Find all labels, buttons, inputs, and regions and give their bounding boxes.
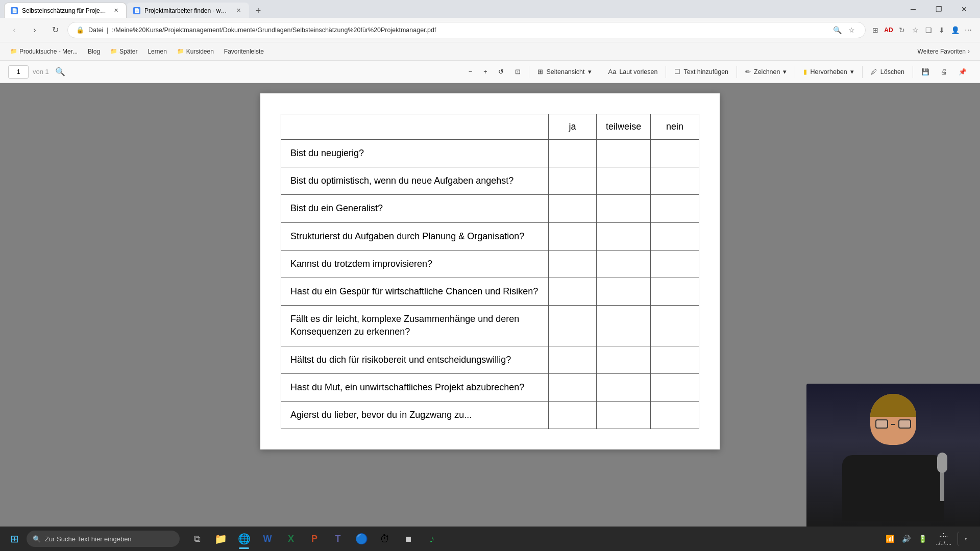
taskbar-app-explorer[interactable]: 📁 [209, 528, 232, 550]
back-button[interactable]: ‹ [6, 22, 22, 38]
question-cell: Bist du neugierig? [281, 140, 549, 167]
pdf-divider-5 [795, 66, 795, 78]
table-row: Hast du ein Gespür für wirtschaftliche C… [281, 278, 699, 305]
bookmark-blog[interactable]: Blog [84, 45, 104, 58]
pdf-save-button[interactable]: 💾 [916, 64, 935, 80]
rotate-icon: ↺ [498, 68, 504, 76]
question-cell: Agierst du lieber, bevor du in Zugzwang … [281, 401, 549, 429]
close-button[interactable]: ✕ [952, 1, 976, 17]
bookmark-kursideen[interactable]: 📁 Kursideen [173, 45, 218, 58]
taskbar-right: 📶 🔊 🔋 ..:.. ../../.... ▫ [883, 529, 976, 548]
pdf-read-aloud-label: Laut vorlesen [619, 68, 657, 76]
add-text-icon: ☐ [674, 68, 680, 76]
webcam-person [806, 384, 980, 527]
answer-ja [548, 306, 596, 346]
pdf-page-input[interactable] [8, 65, 29, 79]
bookmark-icon: 📁 [110, 48, 117, 55]
pdf-zoom-minus-button[interactable]: − [463, 64, 477, 80]
pdf-draw-button[interactable]: ✏ Zeichnen ▾ [740, 64, 792, 80]
address-icons: 🔍 ☆ [831, 24, 857, 36]
taskbar-app-clock[interactable]: ⏱ [374, 528, 396, 550]
table-header-ja: ja [548, 114, 596, 140]
favorites-icon[interactable]: ☆ [910, 24, 921, 36]
profile-icon[interactable]: 👤 [949, 24, 961, 36]
tab-active[interactable]: 📄 Selbsteinschätzung für Projektm... ✕ [4, 3, 127, 18]
taskbar-search[interactable]: 🔍 Zur Suche Text hier eingeben [27, 531, 180, 547]
extensions-icon[interactable]: ⊞ [870, 24, 881, 36]
taskbar-app-taskview[interactable]: ⧉ [186, 528, 208, 550]
taskbar: ⊞ 🔍 Zur Suche Text hier eingeben ⧉ 📁 🌐 W… [0, 527, 980, 551]
taskbar-app-excel[interactable]: X [280, 528, 302, 550]
tab-close-1[interactable]: ✕ [112, 7, 120, 15]
chevron-down-icon: ▾ [588, 68, 592, 76]
taskbar-app-unknown1[interactable]: ■ [397, 528, 420, 550]
search-icon[interactable]: 🔍 [831, 24, 843, 36]
tab-close-2[interactable]: ✕ [234, 7, 242, 15]
pdf-read-aloud-button[interactable]: Aa Laut vorlesen [603, 64, 663, 80]
pdf-page: ja teilweise nein Bist du neugierig? Bis… [260, 93, 720, 449]
tab-inactive[interactable]: 📄 Projektmitarbeiter finden - was ... ✕ [127, 3, 249, 18]
app-icon: ■ [405, 533, 411, 545]
download-icon[interactable]: ⬇ [936, 24, 947, 36]
star-icon[interactable]: ☆ [846, 24, 857, 36]
tray-battery[interactable]: 🔋 [915, 532, 929, 546]
pdf-divider-2 [600, 66, 600, 78]
table-row: Bist du optimistisch, wenn du neue Aufga… [281, 167, 699, 195]
pdf-print-button[interactable]: 🖨 [936, 64, 952, 80]
pdf-search-icon[interactable]: 🔍 [53, 65, 67, 79]
taskbar-app-powerpoint[interactable]: P [303, 528, 326, 550]
answer-nein [651, 346, 699, 373]
taskbar-app-word[interactable]: W [256, 528, 279, 550]
bookmark-favoritenleiste[interactable]: Favoritenleiste [220, 45, 268, 58]
bookmark-spaeter[interactable]: 📁 Später [106, 45, 141, 58]
webcam-overlay [806, 384, 980, 527]
start-button[interactable]: ⊞ [4, 529, 24, 549]
address-input[interactable]: 🔒 Datei | :/Meine%20Kurse/Projektmanagem… [67, 22, 866, 38]
bookmark-icon: 📁 [10, 48, 17, 55]
bookmark-produktsuche[interactable]: 📁 Produktsuche - Mer... [6, 45, 82, 58]
pdf-add-text-button[interactable]: ☐ Text hinzufügen [669, 64, 733, 80]
pdf-divider-7 [913, 66, 913, 78]
show-desktop-button[interactable]: ▫ [958, 532, 972, 546]
bookmark-lernen[interactable]: Lernen [143, 45, 170, 58]
pdf-divider-3 [666, 66, 666, 78]
answer-ja [548, 346, 596, 373]
sync-icon[interactable]: ↻ [896, 24, 908, 36]
tray-network[interactable]: 📶 [883, 532, 897, 546]
taskbar-app-edge[interactable]: 🌐 [233, 528, 255, 550]
answer-nein [651, 140, 699, 167]
tray-volume[interactable]: 🔊 [899, 532, 913, 546]
pdf-pin-button[interactable]: 📌 [953, 64, 972, 80]
glass-right [898, 419, 911, 429]
glass-bridge [891, 424, 895, 425]
taskbar-app-chrome[interactable]: 🔵 [350, 528, 373, 550]
forward-button[interactable]: › [27, 22, 43, 38]
tab-favicon-1: 📄 [11, 7, 18, 14]
mic-head [937, 453, 947, 473]
refresh-button[interactable]: ↻ [47, 22, 63, 38]
pdf-fit-button[interactable]: ⊡ [510, 64, 526, 80]
pdf-page-view-button[interactable]: ⊞ Seitenansicht ▾ [532, 64, 596, 80]
pdf-rotate-button[interactable]: ↺ [493, 64, 509, 80]
answer-teilweise [597, 167, 651, 195]
pdf-add-text-label: Text hinzufügen [683, 68, 728, 76]
excel-icon: X [288, 534, 294, 544]
taskbar-app-teams[interactable]: T [327, 528, 349, 550]
pdf-toolbar: von 1 🔍 − + ↺ ⊡ ⊞ Seitenansicht ▾ [0, 61, 980, 83]
restore-button[interactable]: ❐ [927, 1, 950, 17]
add-tab-button[interactable]: + [251, 4, 265, 18]
clock-display[interactable]: ..:.. ../../.... [932, 529, 955, 548]
table-row: Hast du Mut, ein unwirtschaftliches Proj… [281, 373, 699, 401]
minimize-button[interactable]: ─ [901, 1, 925, 17]
pdf-zoom-plus-button[interactable]: + [478, 64, 492, 80]
windows-icon: ⊞ [10, 533, 19, 545]
menu-icon[interactable]: ⋯ [963, 24, 974, 36]
ad-block-icon[interactable]: AD [883, 24, 894, 36]
pdf-highlight-button[interactable]: ▮ Hervorheben ▾ [798, 64, 859, 80]
bookmark-weitere[interactable]: Weitere Favoriten › [914, 45, 974, 58]
pdf-delete-button[interactable]: 🖊 Löschen [866, 64, 910, 80]
clock-date: ../../.... [936, 539, 951, 546]
collections-icon[interactable]: ❏ [923, 24, 934, 36]
address-bar: ‹ › ↻ 🔒 Datei | :/Meine%20Kurse/Projektm… [0, 18, 980, 42]
taskbar-app-spotify[interactable]: ♪ [421, 528, 443, 550]
